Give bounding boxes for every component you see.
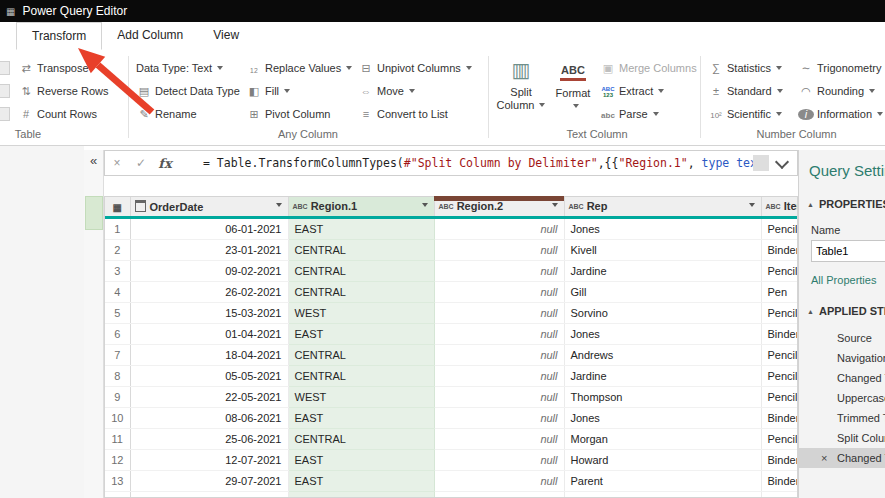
- grid-cell[interactable]: Parent: [564, 471, 761, 492]
- grid-cell[interactable]: Jones: [564, 492, 761, 498]
- grid-cell[interactable]: null: [434, 261, 564, 282]
- grid-cell[interactable]: EAST: [288, 324, 434, 345]
- row-number[interactable]: 8: [105, 366, 130, 387]
- grid-cell[interactable]: Sorvino: [564, 303, 761, 324]
- row-number[interactable]: 11: [105, 429, 130, 450]
- scientific-button[interactable]: 10²Scientific: [708, 104, 782, 124]
- grid-cell[interactable]: 22-05-2021: [130, 387, 288, 408]
- grid-cell[interactable]: Howard: [564, 450, 761, 471]
- row-number[interactable]: 13: [105, 471, 130, 492]
- grid-cell[interactable]: Pencil: [761, 261, 798, 282]
- rounding-button[interactable]: ◠Rounding: [798, 81, 875, 101]
- grid-cell[interactable]: EAST: [288, 450, 434, 471]
- grid-cell[interactable]: Binder: [761, 240, 798, 261]
- grid-cell[interactable]: Gill: [564, 282, 761, 303]
- grid-cell[interactable]: CENTRAL: [288, 240, 434, 261]
- row-number[interactable]: 4: [105, 282, 130, 303]
- row-number[interactable]: 7: [105, 345, 130, 366]
- grid-cell[interactable]: EAST: [288, 218, 434, 240]
- row-number[interactable]: 9: [105, 387, 130, 408]
- row-number[interactable]: 6: [105, 324, 130, 345]
- grid-cell[interactable]: 18-04-2021: [130, 345, 288, 366]
- grid-cell[interactable]: null: [434, 429, 564, 450]
- applied-steps-section-header[interactable]: ▲APPLIED STEPS: [807, 305, 885, 317]
- query-name-input[interactable]: [811, 240, 885, 262]
- grid-cell[interactable]: WEST: [288, 387, 434, 408]
- grid-cell[interactable]: Thompson: [564, 387, 761, 408]
- grid-cell[interactable]: null: [434, 345, 564, 366]
- grid-cell[interactable]: null: [434, 218, 564, 240]
- applied-step[interactable]: Trimmed Text: [799, 408, 885, 428]
- column-header-item[interactable]: ABCItem: [761, 197, 798, 218]
- applied-step[interactable]: Navigation: [799, 348, 885, 368]
- grid-cell[interactable]: Pen: [761, 282, 798, 303]
- all-properties-link[interactable]: All Properties: [811, 274, 876, 286]
- move-button[interactable]: ⇔Move: [358, 81, 415, 101]
- parse-button[interactable]: abcParse: [600, 104, 659, 124]
- grid-cell[interactable]: Kivell: [564, 240, 761, 261]
- grid-cell[interactable]: 15-03-2021: [130, 303, 288, 324]
- grid-cell[interactable]: CENTRAL: [288, 282, 434, 303]
- formula-text[interactable]: = Table.TransformColumnTypes(#"Split Col…: [203, 156, 753, 170]
- grid-cell[interactable]: 01-04-2021: [130, 324, 288, 345]
- count-rows-button[interactable]: #Count Rows: [18, 104, 97, 124]
- extract-button[interactable]: ABC123Extract: [600, 81, 664, 101]
- pivot-column-button[interactable]: ⊞Pivot Column: [246, 104, 330, 124]
- data-type-button[interactable]: Data Type: Text: [136, 58, 223, 78]
- trigonometry-button[interactable]: ∼Trigonometry: [798, 58, 885, 78]
- grid-cell[interactable]: Pencil: [761, 429, 798, 450]
- grid-cell[interactable]: Jones: [564, 218, 761, 240]
- statistics-button[interactable]: ∑Statistics: [708, 58, 782, 78]
- grid-cell[interactable]: Jardine: [564, 366, 761, 387]
- applied-step[interactable]: Uppercased Text: [799, 388, 885, 408]
- row-number[interactable]: 1: [105, 218, 130, 240]
- convert-to-list-button[interactable]: ≡Convert to List: [358, 104, 448, 124]
- row-number[interactable]: 12: [105, 450, 130, 471]
- commit-formula-icon[interactable]: ✓: [129, 156, 153, 170]
- tab-view[interactable]: View: [198, 22, 254, 50]
- replace-values-button[interactable]: ₁₂Replace Values: [246, 58, 352, 78]
- grid-cell[interactable]: Binder: [761, 408, 798, 429]
- grid-cell[interactable]: null: [434, 282, 564, 303]
- filter-dropdown-button[interactable]: [745, 200, 759, 213]
- column-header-region.1[interactable]: ABCRegion.1: [288, 197, 434, 218]
- row-number[interactable]: 14: [105, 492, 130, 498]
- grid-cell[interactable]: null: [434, 387, 564, 408]
- grid-cell[interactable]: null: [434, 408, 564, 429]
- row-number[interactable]: 3: [105, 261, 130, 282]
- grid-cell[interactable]: 29-07-2021: [130, 471, 288, 492]
- grid-cell[interactable]: EAST: [288, 471, 434, 492]
- fill-button[interactable]: ◧Fill: [246, 81, 290, 101]
- grid-cell[interactable]: Pencil: [761, 387, 798, 408]
- filter-dropdown-button[interactable]: [418, 200, 432, 213]
- grid-cell[interactable]: 09-02-2021: [130, 261, 288, 282]
- grid-cell[interactable]: Pencil: [761, 218, 798, 240]
- standard-button[interactable]: ±Standard: [708, 81, 783, 101]
- filter-dropdown-button[interactable]: [548, 200, 562, 213]
- applied-step[interactable]: ×Changed Type1: [799, 448, 885, 468]
- grid-cell[interactable]: Binder: [761, 471, 798, 492]
- unpivot-columns-button[interactable]: ⊟Unpivot Columns: [358, 58, 472, 78]
- tab-transform[interactable]: Transform: [16, 22, 102, 50]
- expand-queries-pane-button[interactable]: «: [84, 152, 103, 170]
- properties-section-header[interactable]: ▲PROPERTIES: [807, 198, 885, 210]
- grid-cell[interactable]: null: [434, 471, 564, 492]
- grid-cell[interactable]: Binder: [761, 324, 798, 345]
- grid-cell[interactable]: Jones: [564, 408, 761, 429]
- grid-cell[interactable]: null: [434, 240, 564, 261]
- column-header-orderdate[interactable]: OrderDate: [130, 197, 288, 218]
- grid-cell[interactable]: Andrews: [564, 345, 761, 366]
- grid-cell[interactable]: 25-06-2021: [130, 429, 288, 450]
- grid-cell[interactable]: 08-06-2021: [130, 408, 288, 429]
- grid-cell[interactable]: CENTRAL: [288, 345, 434, 366]
- merge-columns-button[interactable]: ▣Merge Columns: [600, 58, 697, 78]
- grid-cell[interactable]: 15-08-2021: [130, 492, 288, 498]
- row-number[interactable]: 10: [105, 408, 130, 429]
- grid-cell[interactable]: Binder: [761, 450, 798, 471]
- applied-step[interactable]: Changed Type: [799, 368, 885, 388]
- grid-cell[interactable]: CENTRAL: [288, 261, 434, 282]
- queries-tab-collapsed[interactable]: [85, 196, 103, 230]
- row-number[interactable]: 5: [105, 303, 130, 324]
- grid-cell[interactable]: 26-02-2021: [130, 282, 288, 303]
- cancel-formula-icon[interactable]: ×: [105, 156, 129, 170]
